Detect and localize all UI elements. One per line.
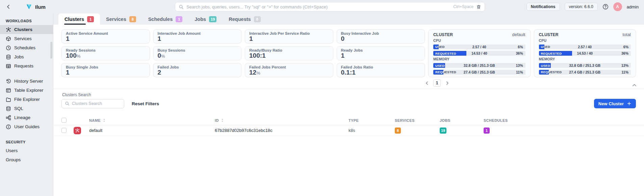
table-row-default-cluster[interactable]: default 67b2887d02b97c6c31ebc18c k8s 8 1… [53, 125, 644, 136]
cube-icon [6, 36, 11, 41]
cluster-card-title: CLUSTER [539, 32, 559, 37]
topbar: Ilum Ctrl+Space Notifications version: 6… [0, 0, 644, 13]
stat-label: Busy Sessions [158, 48, 237, 52]
resource-section-label: MEMORY [539, 57, 631, 61]
reset-filters-button[interactable]: Reset Filters [132, 101, 159, 106]
chevron-left-icon [6, 4, 11, 9]
sidebar-item-label: User Guides [14, 124, 40, 129]
stat-card: Ready Sessions100% [61, 46, 150, 60]
sidebar-item-history-server[interactable]: History Server [0, 77, 53, 86]
version-badge: version: 6.6.0 [565, 3, 598, 11]
stat-value: 0.1:1 [341, 69, 421, 76]
sidebar-item-label: Groups [6, 157, 21, 162]
global-search-input[interactable] [186, 4, 450, 9]
sidebar-item-groups[interactable]: Groups [0, 155, 53, 164]
stat-value: 1 [158, 35, 237, 42]
stat-label: Busy Interactive Job [341, 31, 421, 35]
clusters-search-box[interactable] [61, 99, 124, 108]
memory-used-bar: USED USED 32.8 GB / 251.3 GB 13% [539, 63, 631, 68]
sidebar: WORKLOADS Clusters Services Schedules Jo… [0, 13, 53, 196]
collapse-stats-button[interactable] [630, 82, 638, 88]
column-header-schedules: SCHEDULES [484, 118, 644, 122]
cpu-requested-bar: REQUESTED REQUESTED 14.53 / 40 36% [539, 51, 631, 56]
search-icon [65, 101, 70, 106]
tab-requests[interactable]: Requests 0 [223, 13, 266, 25]
stat-label: Active Service Amount [66, 31, 146, 35]
user-avatar[interactable]: A [613, 2, 622, 11]
resource-section-label: CPU [433, 38, 525, 43]
tab-jobs[interactable]: Jobs 19 [188, 13, 223, 25]
cell-type: k8s [349, 128, 395, 133]
sidebar-item-label: Services [14, 36, 32, 41]
pagination-next-button[interactable] [444, 80, 450, 86]
resource-section-label: CPU [539, 38, 631, 43]
cluster-card-name: default [512, 32, 525, 37]
new-cluster-label: New Cluster [598, 101, 624, 106]
clusters-search-input[interactable] [72, 101, 121, 106]
tab-services[interactable]: Services 8 [100, 13, 142, 25]
sidebar-item-label: Requests [14, 63, 33, 68]
filters-section: Clusters Search Reset Filters New Cluste… [53, 89, 644, 112]
sidebar-item-label: Clusters [14, 27, 32, 32]
tab-clusters[interactable]: Clusters 1 [58, 13, 100, 25]
help-icon[interactable] [602, 4, 609, 10]
notifications-button[interactable]: Notifications [526, 3, 560, 11]
tab-count-badge: 1 [176, 16, 182, 22]
cluster-cards-pagination: 1 [424, 79, 450, 87]
stat-value: 2 [158, 69, 237, 76]
stat-card: Busy Single Jobs1 [61, 63, 150, 77]
pagination-prev-button[interactable] [424, 80, 430, 86]
lineage-icon [6, 115, 11, 120]
sidebar-item-label: Users [6, 148, 18, 153]
column-header-id[interactable]: ID [215, 118, 349, 122]
trash-icon[interactable] [476, 4, 481, 9]
sidebar-item-table-explorer[interactable]: Table Explorer [0, 86, 53, 95]
sidebar-item-services[interactable]: Services [0, 34, 53, 43]
sidebar-item-jobs[interactable]: Jobs [0, 52, 53, 61]
history-icon [6, 79, 11, 84]
search-shortcut-hint: Ctrl+Space [453, 4, 473, 9]
sidebar-item-file-explorer[interactable]: File Explorer [0, 95, 53, 104]
app-logo[interactable]: Ilum [26, 3, 46, 10]
stat-value: 0% [158, 52, 237, 59]
row-checkbox[interactable] [61, 128, 67, 133]
stat-value: 1 [341, 52, 421, 59]
stats-section: Active Service Amount1 Interactive Job A… [53, 25, 644, 77]
stat-value: 100% [66, 52, 146, 59]
stat-value: 1 [66, 69, 146, 76]
sidebar-item-lineage[interactable]: Lineage [0, 113, 53, 122]
sort-icon[interactable] [102, 118, 106, 122]
pagination-page-1[interactable]: 1 [433, 79, 441, 87]
stat-value: 100:1 [249, 52, 329, 59]
cluster-resource-card-default: CLUSTERdefault CPU USED USED 2.57 / 40 6… [428, 29, 531, 77]
back-button[interactable] [4, 2, 13, 11]
sidebar-item-roles[interactable]: Roles [0, 164, 53, 166]
sidebar-item-label: SQL [14, 106, 23, 111]
tab-schedules[interactable]: Schedules 1 [142, 13, 189, 25]
column-header-name[interactable]: NAME [89, 118, 215, 122]
sidebar-scrollbar[interactable] [50, 42, 52, 59]
global-search[interactable]: Ctrl+Space [175, 2, 485, 11]
clusters-search-label: Clusters Search [62, 92, 636, 97]
sidebar-item-sql[interactable]: SQL [0, 104, 53, 113]
stat-card: Failed Jobs Percent12% [245, 63, 333, 77]
sidebar-item-label: Table Explorer [14, 88, 43, 93]
sidebar-item-label: Lineage [14, 115, 30, 120]
clusters-table: NAME ID TYPE SERVICES JOBS SCHEDULES def… [53, 116, 644, 136]
sort-icon[interactable] [221, 118, 224, 122]
user-name: admin [627, 4, 639, 9]
sidebar-item-schedules[interactable]: Schedules [0, 43, 53, 52]
sidebar-item-user-guides[interactable]: User Guides [0, 122, 53, 131]
cluster-type-icon [74, 127, 81, 134]
table-icon [6, 88, 11, 93]
tab-label: Jobs [195, 17, 206, 22]
select-all-checkbox[interactable] [61, 118, 67, 123]
sidebar-item-clusters[interactable]: Clusters [0, 25, 53, 34]
stat-value: 1 [66, 35, 146, 42]
sidebar-item-requests[interactable]: Requests [0, 61, 53, 71]
new-cluster-button[interactable]: New Cluster [594, 99, 636, 108]
sidebar-item-users[interactable]: Users [0, 146, 53, 155]
cluster-card-title: CLUSTER [433, 32, 453, 37]
column-header-services: SERVICES [395, 118, 440, 122]
chevron-left-icon [425, 81, 429, 85]
